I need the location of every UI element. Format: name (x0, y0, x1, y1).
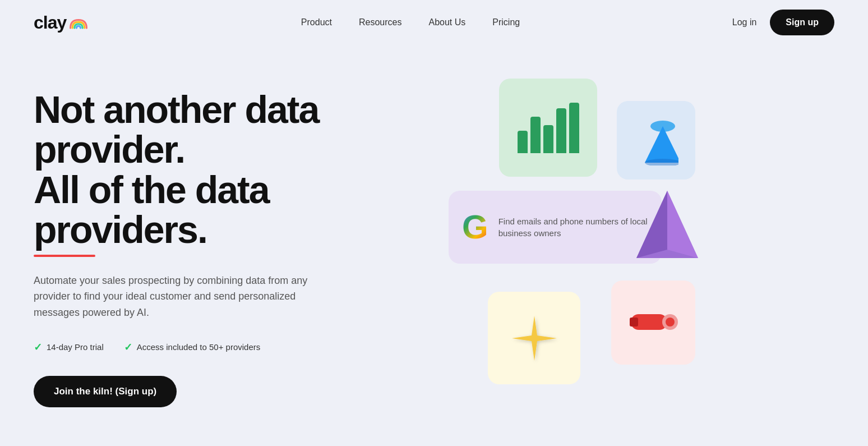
card-yellow-star (488, 292, 580, 384)
hero-title-line2: All of the data providers. (34, 168, 269, 251)
nav-resources[interactable]: Resources (359, 17, 401, 27)
nav-links: Product Resources About Us Pricing (301, 17, 520, 27)
bar-4 (556, 108, 566, 153)
check-icon-1: ✓ (34, 341, 42, 353)
nav-product[interactable]: Product (301, 17, 332, 27)
hero-checks: ✓ 14-day Pro trial ✓ Access included to … (34, 341, 398, 353)
nav-about[interactable]: About Us (428, 17, 465, 27)
hero-content: Not another data provider. All of the da… (34, 67, 398, 407)
google-card-text: Find emails and phone numbers of local b… (498, 215, 648, 239)
signup-button[interactable]: Sign up (770, 10, 834, 35)
login-link[interactable]: Log in (732, 17, 757, 27)
star-shape (509, 313, 560, 364)
hero-title-underline (34, 255, 95, 257)
chart-bars (518, 103, 579, 153)
nav-pricing[interactable]: Pricing (492, 17, 520, 27)
card-blue-cone (617, 101, 695, 180)
check-icon-2: ✓ (124, 341, 132, 353)
card-green-chart (499, 79, 597, 177)
bar-2 (530, 117, 541, 153)
cone-shape (634, 115, 678, 165)
bar-5 (569, 103, 579, 153)
svg-marker-1 (645, 126, 678, 163)
pen-shape (628, 300, 678, 345)
hero-visuals: G Find emails and phone numbers of local… (443, 67, 834, 404)
card-red-pen (611, 281, 695, 365)
pyramid-shape (634, 188, 701, 261)
logo-icon (68, 12, 89, 33)
cta-button[interactable]: Join the kiln! (Sign up) (34, 376, 177, 407)
svg-rect-9 (630, 318, 638, 327)
logo-link[interactable]: clay (34, 12, 89, 33)
svg-marker-5 (667, 191, 698, 258)
svg-marker-4 (636, 191, 667, 258)
navbar: clay Product Resources About Us Pricing … (0, 0, 868, 45)
check-providers: ✓ Access included to 50+ providers (124, 341, 261, 353)
nav-actions: Log in Sign up (732, 10, 834, 35)
hero-title-line1: Not another data provider. (34, 88, 318, 171)
google-logo-letter: G (462, 210, 488, 244)
hero-section: Not another data provider. All of the da… (0, 45, 868, 446)
bar-1 (518, 131, 528, 153)
hero-subtitle: Automate your sales prospecting by combi… (34, 273, 325, 321)
check-pro-trial: ✓ 14-day Pro trial (34, 341, 104, 353)
bar-3 (543, 125, 553, 153)
logo-text: clay (34, 12, 66, 33)
check-label-2: Access included to 50+ providers (137, 342, 261, 352)
card-purple-pyramid (634, 188, 701, 263)
hero-title: Not another data provider. All of the da… (34, 90, 398, 250)
svg-point-8 (666, 318, 675, 327)
check-label-1: 14-day Pro trial (47, 342, 104, 352)
card-google-business: G Find emails and phone numbers of local… (449, 191, 662, 264)
